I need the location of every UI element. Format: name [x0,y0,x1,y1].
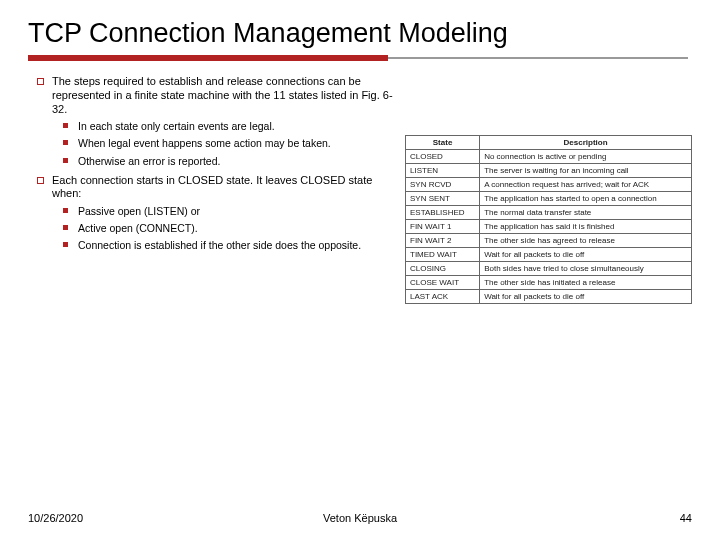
table-row: LISTENThe server is waiting for an incom… [406,164,692,178]
square-solid-icon [63,225,68,230]
state-description: Both sides have tried to close simultane… [480,262,692,276]
state-name: FIN WAIT 1 [406,220,480,234]
bullet-level2: Connection is established if the other s… [52,239,393,252]
state-name: SYN SENT [406,192,480,206]
state-name: CLOSED [406,150,480,164]
state-name: ESTABLISHED [406,206,480,220]
table-header: Description [480,136,692,150]
bullet-level2: Otherwise an error is reported. [52,155,393,168]
state-description: The other side has agreed to release [480,234,692,248]
bullet-text: Active open (CONNECT). [78,222,393,235]
state-name: SYN RCVD [406,178,480,192]
slide-title: TCP Connection Management Modeling [28,18,692,49]
square-solid-icon [63,158,68,163]
bullet-text: Otherwise an error is reported. [78,155,393,168]
table-row: LAST ACKWait for all packets to die off [406,290,692,304]
table-row: CLOSE WAITThe other side has initiated a… [406,276,692,290]
state-name: TIMED WAIT [406,248,480,262]
state-description: No connection is active or pending [480,150,692,164]
footer-date: 10/26/2020 [28,512,83,524]
state-table: State Description CLOSEDNo connection is… [405,135,692,304]
state-description: A connection request has arrived; wait f… [480,178,692,192]
bullet-text: In each state only certain events are le… [78,120,393,133]
title-underline [28,55,692,61]
bullet-text: Each connection starts in CLOSED state. … [52,174,393,202]
square-solid-icon [63,123,68,128]
state-name: LAST ACK [406,290,480,304]
state-table-container: State Description CLOSEDNo connection is… [405,75,692,304]
state-description: The server is waiting for an incoming ca… [480,164,692,178]
table-row: CLOSINGBoth sides have tried to close si… [406,262,692,276]
state-description: The normal data transfer state [480,206,692,220]
bullet-text: Passive open (LISTEN) or [78,205,393,218]
table-row: FIN WAIT 1The application has said it is… [406,220,692,234]
bullet-level2: Active open (CONNECT). [52,222,393,235]
square-open-icon [37,177,44,184]
state-description: Wait for all packets to die off [480,290,692,304]
table-header-row: State Description [406,136,692,150]
slide-footer: 10/26/2020 Veton Këpuska 44 [0,512,720,524]
table-row: SYN RCVDA connection request has arrived… [406,178,692,192]
table-row: FIN WAIT 2The other side has agreed to r… [406,234,692,248]
state-name: CLOSE WAIT [406,276,480,290]
bullet-text: When legal event happens some action may… [78,137,393,150]
table-row: ESTABLISHEDThe normal data transfer stat… [406,206,692,220]
square-open-icon [37,78,44,85]
footer-page: 44 [680,512,692,524]
state-name: CLOSING [406,262,480,276]
bullet-text: Connection is established if the other s… [78,239,393,252]
square-solid-icon [63,242,68,247]
bullet-column: The steps required to establish and rele… [28,75,393,304]
table-row: CLOSEDNo connection is active or pending [406,150,692,164]
bullet-level2: Passive open (LISTEN) or [52,205,393,218]
table-row: TIMED WAITWait for all packets to die of… [406,248,692,262]
bullet-level1: The steps required to establish and rele… [28,75,393,116]
square-solid-icon [63,208,68,213]
bullet-level2: In each state only certain events are le… [52,120,393,133]
state-description: The application has started to open a co… [480,192,692,206]
state-description: Wait for all packets to die off [480,248,692,262]
square-solid-icon [63,140,68,145]
footer-author: Veton Këpuska [323,512,397,524]
bullet-level2: When legal event happens some action may… [52,137,393,150]
table-header: State [406,136,480,150]
table-row: SYN SENTThe application has started to o… [406,192,692,206]
state-name: FIN WAIT 2 [406,234,480,248]
bullet-level1: Each connection starts in CLOSED state. … [28,174,393,202]
state-name: LISTEN [406,164,480,178]
bullet-text: The steps required to establish and rele… [52,75,393,116]
state-description: The application has said it is finished [480,220,692,234]
state-description: The other side has initiated a release [480,276,692,290]
